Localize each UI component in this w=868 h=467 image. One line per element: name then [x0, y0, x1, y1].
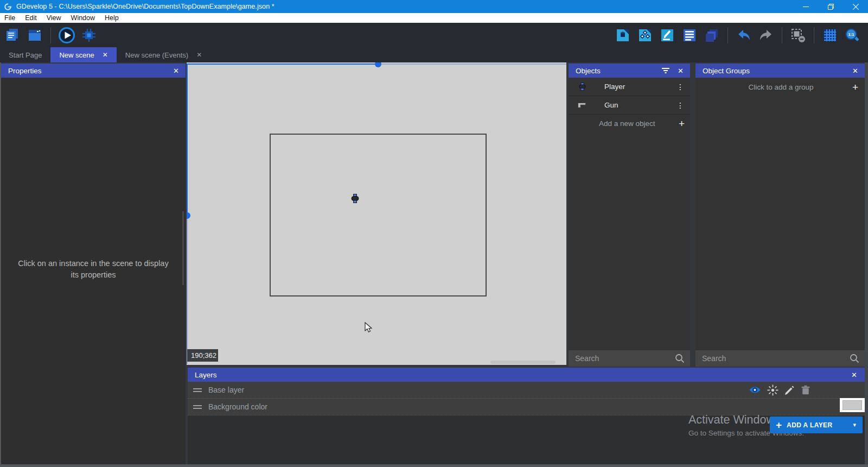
mouse-cursor [365, 322, 372, 333]
search-icon [675, 354, 685, 363]
background-color-picker[interactable] [840, 398, 865, 412]
properties-scrollbar[interactable] [182, 211, 184, 285]
object-groups-panel: Object Groups ✕ Click to add a group + [695, 64, 865, 367]
toolbar-separator [782, 27, 782, 43]
object-row-player[interactable]: Player ⋮ [569, 78, 690, 96]
scene-canvas[interactable]: 190;362 [187, 62, 566, 365]
project-manager-icon[interactable] [4, 27, 21, 44]
properties-empty-message: Click on an instance in the scene to dis… [1, 258, 186, 281]
properties-panel: Properties ✕ Click on an instance in the… [1, 64, 186, 464]
properties-panel-title: Properties [8, 67, 42, 75]
menu-window[interactable]: Window [66, 13, 100, 23]
add-object-plus-icon[interactable]: + [679, 118, 685, 129]
start-page-icon[interactable] [26, 27, 43, 44]
grid-icon[interactable] [821, 27, 839, 44]
layers-list-icon[interactable] [703, 27, 720, 44]
toolbar-separator [727, 27, 728, 43]
add-new-object-label: Add a new object [599, 119, 655, 128]
properties-list-icon[interactable] [681, 27, 698, 44]
tab-label: New scene (Events) [125, 51, 188, 59]
window-frame [0, 464, 868, 467]
close-button[interactable] [843, 0, 868, 13]
app-logo-icon [4, 3, 12, 11]
toolbar-separator [50, 27, 51, 43]
objects-close-icon[interactable]: ✕ [678, 67, 684, 75]
minimize-button[interactable] [793, 0, 818, 13]
zoom-1-1-icon[interactable]: 1:1 [844, 27, 861, 44]
color-swatch [843, 400, 862, 410]
menu-file[interactable]: File [0, 13, 20, 23]
object-menu-icon[interactable]: ⋮ [676, 83, 685, 91]
game-window-border-top [187, 64, 378, 65]
layers-panel-header: Layers ✕ [188, 368, 865, 382]
capture-icon[interactable] [789, 27, 807, 44]
game-window-handle-top[interactable] [375, 62, 381, 67]
tab-label: Start Page [9, 51, 42, 59]
object-name: Gun [604, 101, 618, 109]
add-group-plus-icon[interactable]: + [852, 82, 858, 92]
redo-icon[interactable] [757, 27, 775, 44]
chevron-down-icon[interactable]: ▾ [853, 421, 856, 428]
objects-editor-icon[interactable] [614, 27, 631, 44]
game-window-handle-left[interactable] [187, 212, 190, 219]
pencil-icon[interactable] [784, 385, 795, 395]
properties-close-icon[interactable]: ✕ [173, 67, 179, 75]
titlebar: GDevelop 5 - C:\Users\Sparkle\OneDrive\D… [0, 0, 868, 13]
objects-search-bar [569, 350, 690, 367]
add-layer-button[interactable]: + ADD A LAYER ▾ [770, 416, 863, 433]
window-controls [793, 0, 868, 13]
layers-close-icon[interactable]: ✕ [851, 371, 857, 379]
layers-panel: Layers ✕ Base layer Background color [188, 368, 865, 464]
scene-properties-edit-icon[interactable] [659, 27, 676, 44]
menu-view[interactable]: View [42, 13, 66, 23]
add-group-row[interactable]: Click to add a group + [695, 78, 865, 96]
window-frame [865, 62, 868, 464]
drag-handle-icon[interactable] [193, 388, 202, 392]
layers-panel-title: Layers [195, 371, 217, 379]
object-menu-icon[interactable]: ⋮ [676, 101, 685, 110]
drag-handle-icon[interactable] [193, 405, 202, 409]
object-groups-panel-title: Object Groups [703, 67, 750, 75]
game-window-border-left [187, 64, 188, 216]
game-window-border-left-extension [187, 216, 188, 364]
debugger-icon[interactable] [80, 27, 98, 44]
objects-panel-header: Objects ✕ [569, 64, 690, 78]
toolbar-right-group: 1:1 [614, 27, 861, 44]
gdevelop-window: GDevelop 5 - C:\Users\Sparkle\OneDrive\D… [0, 0, 868, 467]
object-groups-close-icon[interactable]: ✕ [852, 67, 858, 75]
objects-panel-title: Objects [576, 67, 601, 75]
player-instance[interactable] [351, 194, 359, 203]
add-new-object-row[interactable]: Add a new object + [569, 115, 690, 132]
tab-new-scene[interactable]: New scene ✕ [50, 47, 116, 62]
trash-icon[interactable] [801, 385, 810, 395]
filter-icon[interactable] [661, 67, 670, 74]
object-groups-panel-header: Object Groups ✕ [695, 64, 865, 78]
tab-close-icon[interactable]: ✕ [103, 52, 108, 58]
restore-button[interactable] [818, 0, 843, 13]
groups-search-input[interactable] [695, 354, 850, 363]
undo-icon[interactable] [735, 27, 752, 44]
canvas-horizontal-scrollbar[interactable] [490, 361, 556, 364]
game-window-rectangle [270, 134, 487, 296]
toolbar: 1:1 [0, 23, 868, 47]
object-row-gun[interactable]: Gun ⋮ [569, 96, 690, 115]
add-layer-plus-icon: + [776, 420, 782, 430]
layer-row-base[interactable]: Base layer [188, 382, 865, 399]
add-layer-button-label: ADD A LAYER [787, 421, 832, 429]
svg-text:1:1: 1:1 [848, 32, 854, 37]
effects-icon[interactable] [767, 384, 778, 396]
tab-new-scene-events[interactable]: New scene (Events) ✕ [117, 47, 210, 62]
menu-edit[interactable]: Edit [20, 13, 42, 23]
menu-help[interactable]: Help [100, 13, 124, 23]
tab-start-page[interactable]: Start Page [0, 47, 50, 62]
preview-play-icon[interactable] [58, 27, 75, 44]
eye-icon[interactable] [749, 386, 761, 394]
tabbar: Start Page New scene ✕ New scene (Events… [0, 47, 868, 62]
tab-close-icon[interactable]: ✕ [196, 52, 202, 58]
gun-object-icon [576, 102, 588, 109]
instances-list-icon[interactable] [636, 27, 654, 44]
properties-panel-header: Properties ✕ [1, 64, 186, 78]
groups-search-bar [695, 350, 865, 367]
objects-search-input[interactable] [569, 354, 675, 363]
game-window-border-top-extension [378, 64, 566, 65]
